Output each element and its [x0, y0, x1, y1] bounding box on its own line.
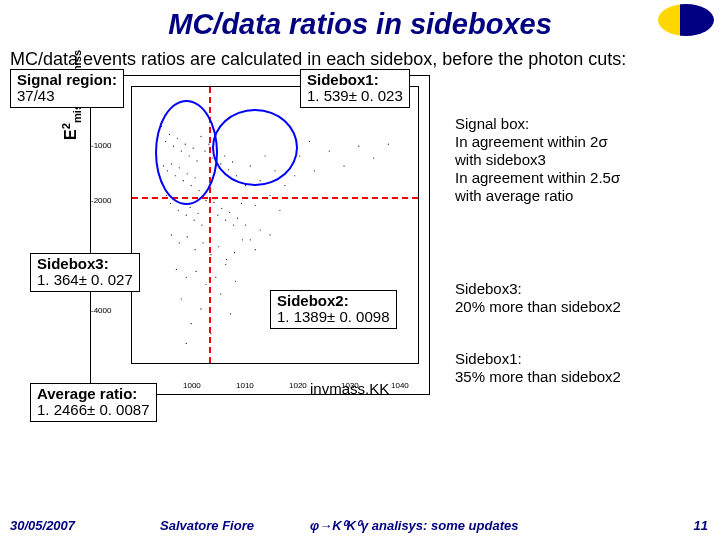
footer-page: 11 [694, 518, 708, 533]
svg-point-92 [245, 224, 246, 225]
svg-point-43 [217, 214, 218, 215]
svg-point-54 [202, 242, 203, 243]
svg-point-52 [187, 236, 188, 237]
svg-point-40 [205, 199, 206, 200]
signalbox-annotation: Signal box: In agreement within 2σ with … [455, 115, 705, 205]
svg-point-31 [170, 202, 171, 203]
svg-point-86 [373, 157, 374, 158]
svg-point-93 [250, 239, 251, 240]
footer-date: 30/05/2007 [10, 518, 75, 533]
svg-point-83 [343, 165, 344, 166]
brand-logo [658, 4, 714, 36]
sidebox2-box: Sidebox2: 1. 1389± 0. 0098 [270, 290, 397, 329]
page-title: MC/data ratios in sideboxes [0, 0, 720, 43]
svg-point-35 [186, 214, 187, 215]
sidebox3-value: 1. 364± 0. 027 [37, 271, 133, 288]
svg-point-64 [215, 276, 216, 277]
svg-point-66 [235, 280, 236, 281]
sidebox1-ellipse [212, 109, 298, 186]
svg-point-57 [226, 259, 227, 260]
ytick: -2000 [91, 196, 111, 205]
svg-point-90 [186, 342, 187, 343]
svg-point-39 [201, 224, 202, 225]
sidebox1-label: Sidebox1: [307, 71, 379, 88]
svg-point-65 [225, 264, 226, 265]
svg-point-82 [329, 150, 330, 151]
svg-point-53 [195, 249, 196, 250]
svg-point-42 [213, 201, 214, 202]
svg-point-95 [260, 229, 261, 230]
svg-point-47 [233, 224, 234, 225]
svg-point-94 [255, 249, 256, 250]
svg-point-84 [309, 140, 310, 141]
xtick: 1040 [391, 381, 409, 390]
footer-author: Salvatore Fiore [160, 518, 254, 533]
svg-point-51 [179, 242, 180, 243]
svg-point-61 [186, 276, 187, 277]
signal-region-value: 37/43 [17, 87, 55, 104]
sidebox1-annotation: Sidebox1: 35% more than sidebox2 [455, 350, 705, 386]
svg-point-78 [284, 185, 285, 186]
svg-point-85 [358, 145, 359, 146]
svg-point-36 [190, 206, 191, 207]
sidebox2-value: 1. 1389± 0. 0098 [277, 308, 390, 325]
svg-point-88 [191, 323, 192, 324]
svg-point-63 [205, 283, 206, 284]
svg-point-81 [314, 170, 315, 171]
svg-point-45 [225, 219, 226, 220]
svg-point-50 [171, 234, 172, 235]
svg-point-80 [299, 155, 300, 156]
sidebox3-annotation: Sidebox3: 20% more than sidebox2 [455, 280, 705, 316]
svg-point-37 [194, 219, 195, 220]
svg-point-49 [241, 202, 242, 203]
svg-point-91 [230, 313, 231, 314]
svg-point-58 [234, 252, 235, 253]
xtick: 1010 [236, 381, 254, 390]
svg-point-38 [197, 212, 198, 213]
svg-point-76 [255, 204, 256, 205]
svg-point-69 [220, 293, 221, 294]
average-ratio-value: 1. 2466± 0. 0087 [37, 401, 150, 418]
xtick: 1020 [289, 381, 307, 390]
svg-point-73 [279, 209, 280, 210]
svg-point-46 [229, 211, 230, 212]
svg-point-62 [196, 270, 197, 271]
svg-point-68 [200, 308, 201, 309]
average-ratio-label: Average ratio: [37, 385, 137, 402]
signal-region-box: Signal region: 37/43 [10, 69, 124, 108]
sidebox1-value: 1. 539± 0. 023 [307, 87, 403, 104]
svg-point-33 [178, 209, 179, 210]
footer-topic: φ→K⁰K⁰γ analisys: some updates [310, 518, 518, 533]
svg-point-96 [269, 234, 270, 235]
svg-point-44 [221, 207, 222, 208]
svg-point-56 [218, 246, 219, 247]
svg-point-48 [237, 217, 238, 218]
svg-point-60 [176, 268, 177, 269]
svg-point-67 [181, 298, 182, 299]
sidebox1-box: Sidebox1: 1. 539± 0. 023 [300, 69, 410, 108]
svg-point-79 [294, 175, 295, 176]
ytick: -4000 [91, 306, 111, 315]
svg-point-87 [388, 143, 389, 144]
content-area: 0 -1000 -2000 -3000 -4000 990 1000 1010 … [0, 75, 720, 425]
sidebox2-label: Sidebox2: [277, 292, 349, 309]
average-ratio-box: Average ratio: 1. 2466± 0. 0087 [30, 383, 157, 422]
ytick: -1000 [91, 141, 111, 150]
svg-point-72 [269, 194, 270, 195]
sidebox3-box: Sidebox3: 1. 364± 0. 027 [30, 253, 140, 292]
signal-region-label: Signal region: [17, 71, 117, 88]
xtick: 1000 [183, 381, 201, 390]
scatter-plot: 0 -1000 -2000 -3000 -4000 990 1000 1010 … [90, 75, 430, 395]
svg-point-59 [242, 239, 243, 240]
signal-ellipse [155, 100, 218, 205]
footer: 30/05/2007 Salvatore Fiore φ→K⁰K⁰γ anali… [0, 518, 720, 536]
sidebox3-label: Sidebox3: [37, 255, 109, 272]
x-axis-label: invmass.KK [310, 380, 389, 397]
